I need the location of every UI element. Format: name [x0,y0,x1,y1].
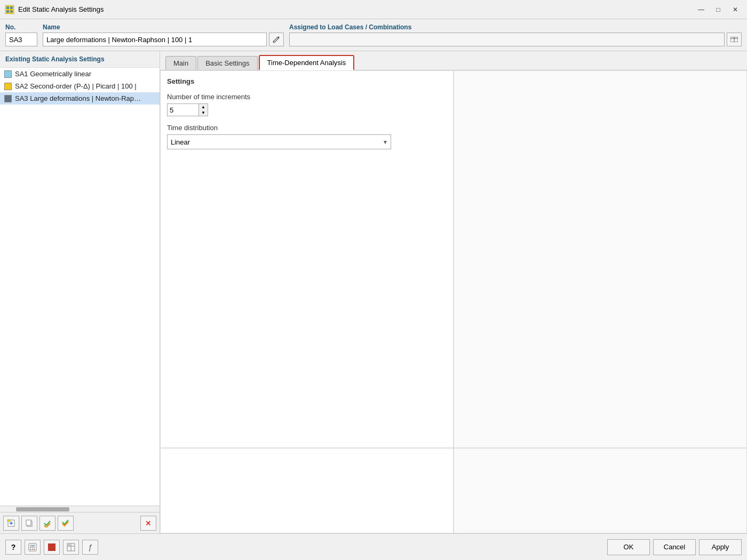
svg-text:0.00: 0.00 [31,545,35,547]
copy-item-button[interactable] [21,516,37,531]
app-icon [4,4,15,15]
assigned-browse-button[interactable] [727,33,742,46]
formula-icon: ƒ [88,543,92,551]
num-increments-label: Number of time increments [167,93,447,101]
svg-rect-19 [34,547,35,548]
sidebar-header: Existing Static Analysis Settings [0,51,160,68]
maximize-button[interactable]: □ [711,3,726,16]
check-icon-2 [61,519,70,527]
assigned-label: Assigned to Load Cases / Combinations [289,23,742,31]
check-button-1[interactable] [39,516,55,531]
sa1-color-swatch [4,70,12,78]
bottom-left-panel [160,448,454,533]
tab-basic-settings[interactable]: Basic Settings [197,56,257,70]
no-label: No. [5,23,37,31]
num-increments-input[interactable] [167,103,199,116]
title-bar: Edit Static Analysis Settings — □ ✕ [0,0,747,19]
assigned-display [289,33,725,46]
name-input[interactable] [43,33,267,46]
formula-button[interactable]: ƒ [82,540,98,555]
sidebar: Existing Static Analysis Settings SA1 Ge… [0,51,160,533]
sidebar-item-sa2[interactable]: SA2 Second-order (P-Δ) | Picard | 100 | [0,80,160,92]
num-increments-spinner: ▲ ▼ [199,103,208,116]
bottom-bar: ? 0.00 A [0,533,747,560]
sidebar-list: SA1 Geometrically linear SA2 Second-orde… [0,68,160,506]
top-right-panel [454,70,747,448]
sidebar-toolbar: ✕ [0,512,160,533]
sidebar-item-sa3[interactable]: SA3 Large deformations | Newton-Rap… [0,92,160,105]
new-item-button[interactable] [3,516,19,531]
help-button[interactable]: ? [5,540,21,555]
no-input[interactable] [5,33,37,46]
ok-button[interactable]: OK [607,539,650,555]
num-increments-up[interactable]: ▲ [199,104,208,110]
name-label: Name [43,23,284,31]
svg-rect-1 [6,6,9,9]
dialog-header: No. Name Assigned to Load Cases / Combin… [0,19,747,51]
bottom-bar-left: ? 0.00 A [5,540,98,555]
time-dist-select[interactable]: Linear Logarithmic Custom [167,134,391,149]
num-increments-input-wrapper: ▲ ▼ [167,103,447,116]
svg-rect-2 [10,6,13,9]
tabs-bar: Main Basic Settings Time-Dependent Analy… [160,51,747,70]
minimize-button[interactable]: — [694,3,709,16]
num-increments-field: Number of time increments ▲ ▼ [167,93,447,116]
svg-rect-3 [6,10,9,13]
calculator-icon: 0.00 [28,543,37,551]
svg-rect-11 [7,519,10,522]
svg-rect-13 [26,520,31,525]
copy-icon [25,519,34,527]
right-panel: Main Basic Settings Time-Dependent Analy… [160,51,747,533]
assigned-field-group: Assigned to Load Cases / Combinations [289,23,742,46]
bottom-right-panel [454,448,747,533]
svg-rect-17 [30,547,31,548]
svg-rect-20 [30,549,31,550]
tab-content: Settings Number of time increments ▲ ▼ T [160,70,747,533]
sa3-color-swatch [4,95,12,102]
svg-rect-18 [32,547,33,548]
table-icon [730,37,738,42]
color-swatch-icon [48,543,55,551]
no-field-group: No. [5,23,37,46]
table-view-icon: A [67,543,75,551]
table-view-button[interactable]: A [63,540,79,555]
cancel-button[interactable]: Cancel [653,539,696,555]
apply-button[interactable]: Apply [699,539,742,555]
sidebar-item-sa1[interactable]: SA1 Geometrically linear [0,68,160,80]
name-field-group: Name [43,23,284,46]
tab-main[interactable]: Main [165,56,196,70]
sidebar-scrollbar[interactable] [0,506,160,512]
svg-rect-4 [10,10,13,13]
edit-icon [273,36,280,43]
svg-rect-21 [32,549,33,550]
sa3-label: SA3 Large deformations | Newton-Rap… [15,94,141,102]
time-dist-label: Time distribution [167,124,447,132]
calc-button[interactable]: 0.00 [25,540,41,555]
num-increments-down[interactable]: ▼ [199,110,208,116]
sa2-label: SA2 Second-order (P-Δ) | Picard | 100 | [15,82,137,90]
time-dist-select-wrapper: Linear Logarithmic Custom ▼ [167,134,391,149]
svg-text:A: A [68,543,70,546]
svg-rect-22 [34,549,35,550]
delete-item-button[interactable]: ✕ [140,516,156,531]
check-button-2[interactable] [58,516,74,531]
window-title: Edit Static Analysis Settings [18,5,694,13]
assigned-input-wrapper [289,33,742,46]
sa2-color-swatch [4,83,12,90]
section-title: Settings [167,77,447,85]
edit-name-button[interactable] [269,33,284,46]
settings-panel: Settings Number of time increments ▲ ▼ T [160,70,454,448]
window-controls: — □ ✕ [694,3,743,16]
bottom-bar-right: OK Cancel Apply [607,539,742,555]
tab-time-dependent[interactable]: Time-Dependent Analysis [259,55,355,70]
help-icon: ? [11,543,16,551]
check-icon-1 [43,519,52,527]
new-icon [7,519,15,527]
close-button[interactable]: ✕ [728,3,743,16]
sa1-label: SA1 Geometrically linear [15,70,91,78]
time-dist-field: Time distribution Linear Logarithmic Cus… [167,124,447,149]
sidebar-scrollbar-thumb [16,507,69,511]
name-input-wrapper [43,33,284,46]
color-button[interactable] [44,540,60,555]
dialog-content: Existing Static Analysis Settings SA1 Ge… [0,51,747,533]
